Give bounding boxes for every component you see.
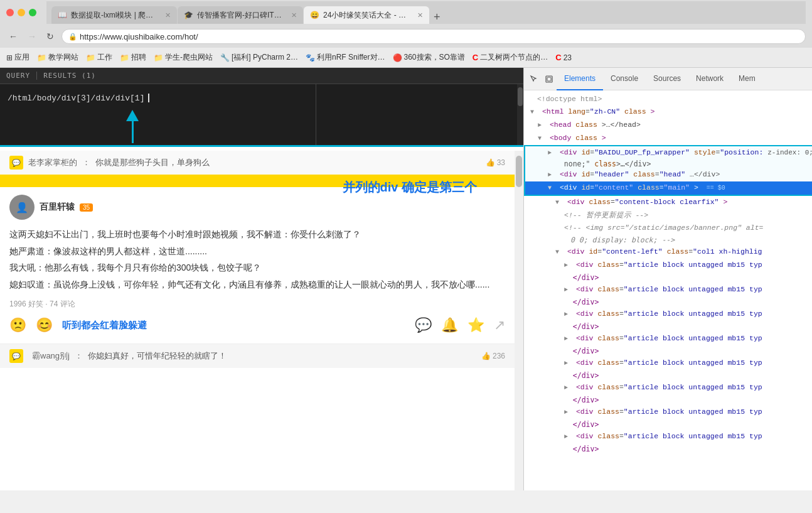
webpage-scroll-thumb[interactable]: [516, 156, 522, 187]
bookmark-work[interactable]: 📁 工作: [86, 52, 112, 63]
tree-line-comment-2[interactable]: <!-- <img src="/static/images/banner.png…: [524, 222, 812, 234]
bookmark-spider-label: 学生-爬虫网站: [165, 52, 213, 63]
tree-line-article-4[interactable]: <div class="article block untagged mb15 …: [524, 332, 812, 345]
bookmark-360-label: 360搜索，SO靠谱: [404, 52, 465, 63]
bookmark-tree[interactable]: C 二叉树两个节点的…: [473, 52, 548, 63]
tree-line-header[interactable]: <div id="header" class="head" …</div>: [524, 168, 812, 181]
expand-a2[interactable]: [564, 284, 572, 296]
tab-3[interactable]: 😄 24小时缘笑笑话大全 - 糗事百科 ✕: [304, 6, 429, 24]
tree-line-article-2[interactable]: <div class="article block untagged mb15 …: [524, 283, 812, 296]
bookmark-jobs[interactable]: 📁 招聘: [120, 52, 146, 63]
bookmark-sniffer-label: 利用nRF Sniffer对…: [317, 52, 385, 63]
back-button[interactable]: ←: [6, 30, 20, 43]
bookmark-extra[interactable]: C 23: [555, 53, 572, 62]
devtools-tab-sources[interactable]: Sources: [646, 68, 688, 90]
traffic-light-yellow[interactable]: [18, 9, 25, 16]
tab-2[interactable]: 🎓 传智播客官网-好口碑IT培训机… ✕: [178, 6, 303, 24]
devtools-inspect-btn[interactable]: [526, 72, 542, 87]
expand-a6[interactable]: [564, 382, 572, 394]
devtools-tab-mem[interactable]: Mem: [731, 68, 763, 90]
author-badge: 35: [80, 203, 93, 212]
refresh-button[interactable]: ↻: [44, 30, 56, 43]
tree-line-article-7[interactable]: <div class="article block untagged mb15 …: [524, 406, 812, 419]
bookmark-apps[interactable]: ⊞ 应用: [6, 52, 29, 63]
expand-content-block[interactable]: [555, 197, 563, 208]
devtools-tab-network[interactable]: Network: [688, 68, 731, 90]
devtools-tab-console[interactable]: Console: [603, 68, 646, 90]
expand-a7[interactable]: [564, 407, 572, 418]
tree-line-article-6[interactable]: <div class="article block untagged mb15 …: [524, 381, 812, 394]
joke-text: 这两天媳妇不让出门，我上班时也要每个小时准时跟她视频，我不解道：你受什么刺激了？…: [9, 226, 505, 293]
bookmark-spider[interactable]: 📁 学生-爬虫网站: [154, 52, 213, 63]
action-bell[interactable]: 🔔: [441, 317, 458, 333]
sniffer-icon: 🐾: [306, 53, 315, 62]
tree-line-closediv-7: </div>: [524, 419, 812, 430]
tree-line-closediv-2: </div>: [524, 296, 812, 308]
tree-line-comment-1[interactable]: <!-- 暂停更新提示 -->: [524, 209, 812, 222]
tab-2-close[interactable]: ✕: [291, 11, 297, 19]
joke-line-4: 媳妇叹道：虽说你身上没钱，可你年轻，帅气还有文化，内涵且有修养，成熟稳重的让人一…: [9, 276, 505, 293]
bookmark-360[interactable]: 🔴 360搜索，SO靠谱: [393, 52, 465, 63]
tree-line-article-3[interactable]: <div class="article block untagged mb15 …: [524, 308, 812, 321]
expand-a8[interactable]: [564, 431, 572, 443]
query-scroll-thumb[interactable]: [518, 87, 523, 106]
action-share-2[interactable]: ↗: [494, 317, 505, 333]
action-emoji-1[interactable]: 🙁: [9, 317, 26, 333]
traffic-light-red[interactable]: [6, 9, 14, 16]
expand-header[interactable]: [548, 170, 555, 181]
like-count-2[interactable]: 👍 236: [481, 352, 505, 360]
tree-line-baidu[interactable]: <div id="BAIDU_DUP_fp_wrapper" style="po…: [524, 145, 812, 159]
tree-line-article-1[interactable]: <div class="article block untagged mb15 …: [524, 259, 812, 272]
action-share[interactable]: 💬: [415, 317, 432, 333]
expand-head[interactable]: [538, 120, 545, 131]
expand-a3[interactable]: [564, 309, 572, 320]
devtools-tab-elements[interactable]: Elements: [557, 68, 603, 90]
action-star[interactable]: ⭐: [467, 317, 484, 333]
annotation-text: 并列的div 确定是第三个: [343, 179, 477, 196]
comment-icon-2: 💬: [9, 349, 23, 363]
expand-body[interactable]: [538, 133, 545, 144]
tree-line-html[interactable]: <html lang="zh-CN" class >: [524, 105, 812, 119]
bookmark-sniffer[interactable]: 🐾 利用nRF Sniffer对…: [306, 52, 385, 63]
tab-3-close[interactable]: ✕: [417, 11, 423, 19]
expand-html[interactable]: [530, 107, 538, 118]
new-tab-button[interactable]: +: [430, 11, 444, 24]
query-input-area[interactable]: /html/body/div[3]/div/div[1]: [0, 84, 316, 147]
tree-line-doctype[interactable]: <!doctype html>: [524, 93, 812, 105]
tab-1[interactable]: 📖 数据提取-lxml模块 | 爬虫课程… ✕: [51, 6, 177, 24]
tree-line-article-8[interactable]: <div class="article block untagged mb15 …: [524, 430, 812, 443]
tree-line-content[interactable]: <div id="content" class="main" > == $0: [524, 181, 812, 196]
comment-sep-2: ：: [75, 350, 83, 362]
forward-button[interactable]: →: [25, 30, 39, 43]
expand-a5[interactable]: [564, 358, 572, 369]
bookmarks-bar: ⊞ 应用 📁 教学网站 📁 工作 📁 招聘 📁 学生-爬虫网站 🔧 [福利] P…: [0, 48, 812, 68]
bookmark-pycharm[interactable]: 🔧 [福利] PyCharm 2…: [220, 52, 298, 63]
title-bar: 📖 数据提取-lxml模块 | 爬虫课程… ✕ 🎓 传智播客官网-好口碑IT培训…: [0, 0, 812, 25]
query-scrollbar[interactable]: [517, 84, 523, 147]
expand-content[interactable]: [548, 183, 555, 194]
tree-line-article-5[interactable]: <div class="article block untagged mb15 …: [524, 357, 812, 370]
expand-a1[interactable]: [564, 260, 572, 271]
address-input-container[interactable]: 🔒 https://www.qiushibaike.com/hot/: [61, 29, 806, 44]
bookmark-teaching[interactable]: 📁 教学网站: [37, 52, 78, 63]
comment-placeholder-text[interactable]: 听到都会红着脸躲避: [62, 320, 147, 332]
bookmark-jobs-label: 招聘: [131, 52, 146, 63]
joke-line-3: 我大吼：他那么有钱，我每个月只有你给的300块钱，包饺子呢？: [9, 259, 505, 276]
webpage-scrollbar[interactable]: [515, 151, 523, 490]
expand-baidu[interactable]: [548, 148, 555, 159]
tree-line-head[interactable]: <head class >…</head>: [524, 119, 812, 132]
html-tree: <!doctype html> <html lang="zh-CN" class…: [524, 90, 812, 457]
expand-a4[interactable]: [564, 333, 572, 345]
tree-line-body[interactable]: <body class >: [524, 132, 812, 145]
bookmark-tree-label: 二叉树两个节点的…: [480, 52, 548, 63]
tree-line-content-left[interactable]: <div id="content-left" class="col1 xh-hi…: [524, 246, 812, 259]
expand-content-left[interactable]: [555, 247, 563, 258]
devtools-box-btn[interactable]: [542, 72, 557, 87]
like-count-1[interactable]: 👍 33: [486, 158, 505, 167]
joke-line-2: 她严肃道：像波叔这样的男人都这样，这世道.........: [9, 243, 505, 260]
tree-line-content-block[interactable]: <div class="content-block clearfix" >: [524, 196, 812, 209]
action-emoji-2[interactable]: 😊: [36, 317, 53, 333]
tab-1-close[interactable]: ✕: [165, 11, 171, 19]
author-name[interactable]: 百里轩辕: [40, 202, 75, 213]
traffic-light-green[interactable]: [29, 9, 36, 16]
